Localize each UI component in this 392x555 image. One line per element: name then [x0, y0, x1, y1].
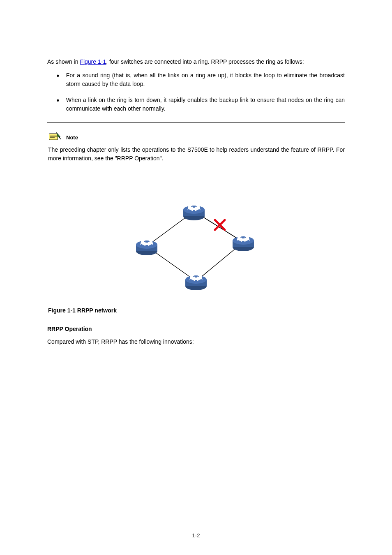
intro-text-after: , four switches are connected into a rin…: [106, 58, 304, 65]
bullet-1-text: For a sound ring (that is, when all the …: [66, 71, 345, 88]
figure-caption: Figure 1-1 RRPP network: [48, 306, 345, 315]
page-number: 1-2: [0, 532, 392, 540]
svg-rect-0: [49, 134, 58, 140]
bullet-2-text: When a link on the ring is torn down, it…: [66, 96, 345, 113]
page-content: As shown in Figure 1-1, four switches ar…: [0, 0, 392, 346]
note-text: The preceding chapter only lists the ope…: [48, 146, 345, 163]
svg-line-4: [59, 137, 61, 139]
note-bottom-rule: [47, 172, 345, 172]
router-bottom: [185, 274, 207, 290]
intro-paragraph: As shown in Figure 1-1, four switches ar…: [47, 58, 345, 66]
note-label: Note: [66, 134, 78, 143]
section-heading: RRPP Operation: [47, 325, 345, 333]
note-icon: [47, 132, 62, 143]
router-top: [183, 204, 205, 220]
router-right: [233, 235, 254, 251]
intro-text-before: As shown in: [47, 58, 80, 65]
bullet-1: ● For a sound ring (that is, when all th…: [56, 71, 345, 88]
note-top-rule: [47, 122, 345, 123]
ring-topology-diagram: [122, 193, 270, 300]
bullet-marker: ●: [56, 96, 60, 104]
bullet-2: ● When a link on the ring is torn down, …: [56, 96, 345, 113]
bullet-marker: ●: [56, 72, 60, 80]
note-header: Note: [47, 132, 345, 143]
section-intro: Compared with STP, RRPP has the followin…: [47, 338, 345, 346]
figure-ref-link[interactable]: Figure 1-1: [80, 58, 106, 65]
link-break-icon: [215, 220, 225, 230]
router-left: [136, 239, 157, 255]
figure: [47, 193, 345, 300]
